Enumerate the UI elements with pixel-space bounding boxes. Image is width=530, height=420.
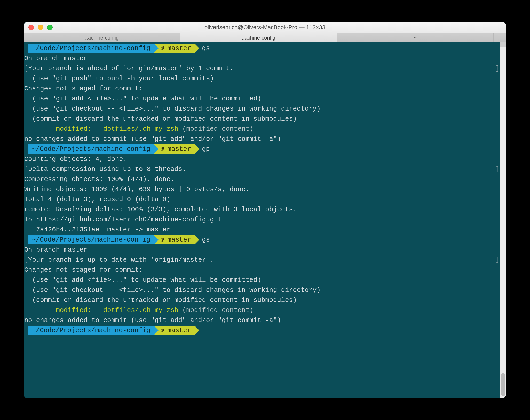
tab-bar: ..achine-config ..achine-config ~ + <box>24 33 506 43</box>
terminal-window: oliverisenrich@Olivers-MacBook-Pro — 112… <box>24 22 506 398</box>
prompt: ~/Code/Projects/machine-configmaster <box>28 144 199 154</box>
terminal-content[interactable]: ~/Code/Projects/machine-configmastergsOn… <box>24 42 500 398</box>
scrollbar-thumb[interactable] <box>501 373 505 396</box>
prompt: ~/Code/Projects/machine-configmaster <box>28 326 199 335</box>
zoom-icon[interactable] <box>47 25 53 30</box>
prompt-branch: master <box>154 235 195 244</box>
command-text: gs <box>202 45 210 52</box>
prompt-branch: master <box>154 44 195 53</box>
window-title: oliverisenrich@Olivers-MacBook-Pro — 112… <box>24 24 506 31</box>
prompt: ~/Code/Projects/machine-configmaster <box>28 235 199 244</box>
prompt-path: ~/Code/Projects/machine-config <box>28 44 154 53</box>
titlebar: oliverisenrich@Olivers-MacBook-Pro — 112… <box>24 22 506 33</box>
git-branch-icon <box>161 45 165 51</box>
new-tab-button[interactable]: + <box>494 33 506 43</box>
prompt-path: ~/Code/Projects/machine-config <box>28 144 154 154</box>
tab-2[interactable]: ..achine-config <box>180 33 337 43</box>
prompt-arrow-icon <box>195 235 199 244</box>
tab-3[interactable]: ~ <box>337 33 494 43</box>
prompt-arrow-icon <box>195 326 199 335</box>
prompt-branch: master <box>154 144 195 154</box>
prompt-arrow-icon <box>195 144 199 154</box>
close-icon[interactable] <box>28 25 34 30</box>
scrollbar-toggle-icon[interactable] <box>500 42 506 47</box>
scrollbar[interactable] <box>500 42 506 398</box>
git-branch-icon <box>161 328 165 333</box>
prompt: ~/Code/Projects/machine-configmaster <box>28 44 199 53</box>
command-text: gs <box>202 236 210 244</box>
traffic-lights <box>28 25 53 30</box>
prompt-arrow-icon <box>195 44 199 53</box>
git-branch-icon <box>161 237 165 243</box>
prompt-path: ~/Code/Projects/machine-config <box>28 235 154 244</box>
minimize-icon[interactable] <box>38 25 43 30</box>
tab-1[interactable]: ..achine-config <box>24 33 180 43</box>
prompt-path: ~/Code/Projects/machine-config <box>28 326 154 335</box>
prompt-branch: master <box>154 326 195 335</box>
git-branch-icon <box>161 146 165 152</box>
command-text: gp <box>202 145 210 153</box>
